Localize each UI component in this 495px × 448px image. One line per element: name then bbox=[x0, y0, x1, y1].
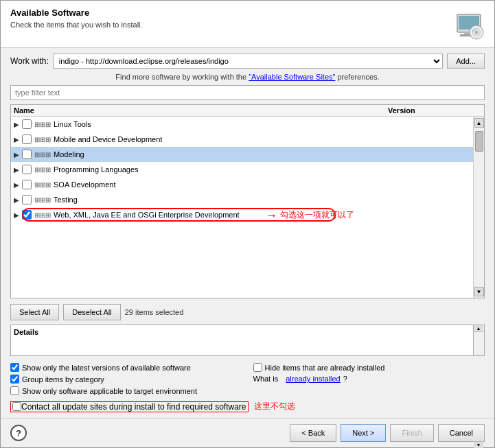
item-name: SOA Development bbox=[54, 180, 388, 189]
contact-update-sites-box: Contact all update sites during install … bbox=[10, 401, 249, 412]
item-group-icon: ⊞⊞⊞ bbox=[34, 196, 51, 204]
option-group-by-category: Group items by category bbox=[10, 375, 242, 384]
svg-point-6 bbox=[475, 31, 478, 34]
details-label: Details bbox=[14, 328, 470, 336]
expand-arrow-icon: ▶ bbox=[14, 136, 22, 143]
details-scrollbar: ▲ ▼ bbox=[474, 325, 485, 356]
deselect-all-button[interactable]: Deselect All bbox=[63, 304, 120, 320]
expand-arrow-icon: ▶ bbox=[14, 196, 22, 204]
more-software-text: Find more software by working with the bbox=[115, 73, 246, 81]
list-item-web-xml[interactable]: ▶ ⊞⊞⊞ Web, XML, Java EE and OSGi Enterpr… bbox=[11, 207, 473, 222]
list-header: Name Version bbox=[11, 105, 484, 117]
item-name: Linux Tools bbox=[54, 120, 388, 128]
item-checkbox[interactable] bbox=[22, 180, 32, 189]
list-item[interactable]: ▶ ⊞⊞⊞ Mobile and Device Development bbox=[11, 132, 473, 147]
filter-input[interactable] bbox=[10, 85, 485, 100]
item-checkbox[interactable] bbox=[22, 134, 32, 144]
more-software-row: Find more software by working with the "… bbox=[10, 73, 485, 81]
item-checkbox[interactable] bbox=[22, 119, 32, 129]
hide-installed-checkbox[interactable] bbox=[253, 363, 262, 372]
item-name: Modeling bbox=[54, 150, 388, 158]
header-icon bbox=[452, 8, 485, 40]
list-item[interactable]: ▶ ⊞⊞⊞ Programming Languages bbox=[11, 162, 473, 177]
next-button[interactable]: Next > bbox=[341, 424, 386, 442]
scroll-up-arrow[interactable]: ▲ bbox=[474, 118, 484, 128]
available-sites-link[interactable]: "Available Software Sites" bbox=[249, 73, 335, 81]
cancel-button[interactable]: Cancel bbox=[438, 424, 485, 442]
options-row-1: Show only the latest versions of availab… bbox=[10, 363, 485, 395]
item-group-icon: ⊞⊞⊞ bbox=[34, 211, 51, 219]
help-button[interactable]: ? bbox=[10, 425, 27, 441]
item-group-icon: ⊞⊞⊞ bbox=[34, 121, 51, 128]
dialog-subtitle: Check the items that you wish to install… bbox=[10, 21, 143, 29]
dialog-footer: ? < Back Next > Finish Cancel bbox=[1, 418, 494, 447]
option-hide-installed: Hide items that are already installed bbox=[253, 363, 485, 372]
item-checkbox[interactable] bbox=[22, 150, 32, 159]
group-by-category-label: Group items by category bbox=[22, 375, 104, 384]
details-panel: Details bbox=[10, 325, 474, 356]
finish-button[interactable]: Finish bbox=[390, 424, 433, 442]
options-section: Show only the latest versions of availab… bbox=[10, 363, 485, 412]
what-is-text: What is bbox=[253, 375, 279, 383]
dialog-content: Work with: indigo - http://download.ecli… bbox=[1, 48, 494, 418]
list-scrollbar: ▲ ▼ bbox=[473, 117, 484, 298]
list-item[interactable]: ▶ ⊞⊞⊞ SOA Development bbox=[11, 177, 473, 192]
options-left: Show only the latest versions of availab… bbox=[10, 363, 242, 395]
show-latest-checkbox[interactable] bbox=[10, 363, 19, 372]
select-all-button[interactable]: Select All bbox=[10, 304, 59, 320]
work-with-row: Work with: indigo - http://download.ecli… bbox=[10, 54, 485, 69]
no-check-annotation: 这里不勾选 bbox=[254, 401, 295, 412]
item-group-icon: ⊞⊞⊞ bbox=[34, 166, 51, 174]
option-show-applicable: Show only software applicable to target … bbox=[10, 386, 242, 395]
expand-arrow-icon: ▶ bbox=[14, 211, 22, 219]
list-item[interactable]: ▶ ⊞⊞⊞ Linux Tools bbox=[11, 117, 473, 132]
scroll-track bbox=[474, 128, 484, 287]
item-group-icon: ⊞⊞⊞ bbox=[34, 181, 51, 189]
scroll-thumb[interactable] bbox=[475, 131, 483, 152]
question-mark: ? bbox=[343, 375, 347, 383]
list-item[interactable]: ▶ ⊞⊞⊞ Testing bbox=[11, 192, 473, 207]
list-body: ▶ ⊞⊞⊞ Linux Tools ▶ ⊞⊞⊞ Mobile and Devic… bbox=[11, 117, 473, 298]
list-header-scroll-spacer bbox=[470, 106, 481, 115]
contact-update-sites-checkbox[interactable] bbox=[12, 402, 21, 411]
expand-arrow-icon: ▶ bbox=[14, 121, 22, 128]
scroll-down-arrow[interactable]: ▼ bbox=[474, 287, 484, 296]
work-with-select-wrapper: indigo - http://download.eclipse.org/rel… bbox=[53, 54, 443, 69]
contact-update-sites-label: Contact all update sites during install … bbox=[21, 402, 246, 412]
footer-right: < Back Next > Finish Cancel bbox=[27, 424, 485, 442]
item-group-icon: ⊞⊞⊞ bbox=[34, 136, 51, 143]
add-button[interactable]: Add... bbox=[447, 54, 485, 69]
group-by-category-checkbox[interactable] bbox=[10, 375, 19, 384]
show-applicable-checkbox[interactable] bbox=[10, 386, 19, 395]
option-show-latest: Show only the latest versions of availab… bbox=[10, 363, 242, 372]
available-software-dialog: Available Software Check the items that … bbox=[0, 0, 495, 448]
details-scroll-up[interactable]: ▲ bbox=[474, 325, 483, 332]
dialog-header: Available Software Check the items that … bbox=[1, 1, 494, 48]
expand-arrow-icon: ▶ bbox=[14, 151, 22, 158]
item-name-web-xml: Web, XML, Java EE and OSGi Enterprise De… bbox=[54, 211, 470, 219]
options-right: Hide items that are already installed Wh… bbox=[253, 363, 485, 395]
install-icon bbox=[452, 8, 485, 40]
item-group-icon: ⊞⊞⊞ bbox=[34, 151, 51, 158]
item-name: Testing bbox=[54, 196, 388, 204]
dialog-title: Available Software bbox=[10, 8, 143, 18]
work-with-select[interactable]: indigo - http://download.eclipse.org/rel… bbox=[53, 54, 443, 69]
item-name: Mobile and Device Development bbox=[54, 135, 388, 143]
item-checkbox-web-xml[interactable] bbox=[22, 210, 32, 220]
back-button[interactable]: < Back bbox=[290, 424, 336, 442]
list-item[interactable]: ▶ ⊞⊞⊞ Modeling bbox=[11, 147, 473, 162]
details-section: Details ▲ ▼ bbox=[10, 325, 485, 356]
already-installed-link[interactable]: already installed bbox=[286, 375, 341, 383]
expand-arrow-icon: ▶ bbox=[14, 166, 22, 174]
item-checkbox[interactable] bbox=[22, 195, 32, 204]
select-deselect-row: Select All Deselect All 29 items selecte… bbox=[10, 304, 485, 320]
footer-left: ? bbox=[10, 425, 27, 441]
hide-installed-label: Hide items that are already installed bbox=[265, 364, 385, 372]
show-applicable-label: Show only software applicable to target … bbox=[22, 387, 197, 395]
expand-arrow-icon: ▶ bbox=[14, 181, 22, 189]
show-latest-label: Show only the latest versions of availab… bbox=[22, 364, 191, 372]
software-list-container: Name Version ▶ ⊞⊞⊞ Linux Tools bbox=[10, 104, 485, 298]
selected-count: 29 items selected bbox=[125, 308, 184, 316]
item-checkbox[interactable] bbox=[22, 165, 32, 174]
more-software-suffix: preferences. bbox=[337, 73, 379, 81]
